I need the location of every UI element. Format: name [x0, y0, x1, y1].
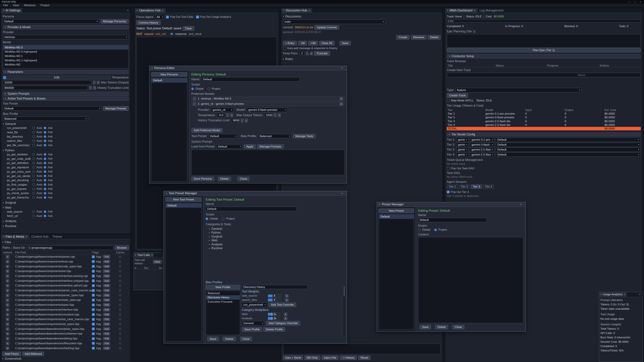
scope-project-radio[interactable]	[222, 218, 224, 220]
tab-theme[interactable]: Theme	[50, 234, 64, 239]
tool-preset-manager-titlebar[interactable]: ▾ Tool Preset Manager ×	[164, 191, 347, 196]
manage-tools-button[interactable]: Manage Tools	[293, 134, 316, 138]
history-button[interactable]: -> History	[340, 356, 357, 360]
close-button[interactable]: Close	[452, 325, 464, 329]
radio-ask[interactable]	[44, 215, 46, 217]
tier-provider-select[interactable]: gemini▾	[456, 152, 468, 157]
agg-checkbox[interactable]: ✓	[92, 284, 95, 287]
decrement-icon[interactable]: -	[306, 52, 308, 55]
full-button[interactable]: Full	[103, 303, 110, 307]
radio-ask[interactable]	[44, 179, 46, 182]
radio-ask[interactable]	[44, 158, 46, 160]
remove-file-button[interactable]: x	[6, 260, 10, 263]
radio-auto[interactable]	[32, 158, 35, 160]
tool-preset-select[interactable]: Default▾	[3, 106, 102, 111]
delete-model-button[interactable]: x	[340, 97, 343, 100]
agg-checkbox[interactable]: ✓	[92, 308, 95, 311]
radio-ask[interactable]	[44, 196, 46, 199]
tier-provider-select[interactable]: gemini▾	[456, 142, 468, 147]
radio-ask[interactable]	[44, 135, 46, 138]
profile-item-discovery-heavy[interactable]: Discovery-Heavy	[206, 295, 240, 300]
save-profile-button[interactable]: Save Profile	[242, 327, 262, 332]
scope-global-radio[interactable]	[191, 88, 194, 90]
remove-weight-button[interactable]: x	[285, 294, 289, 298]
category-override-select[interactable]: General▾	[242, 321, 265, 326]
parameters-header[interactable]: ▾Parameters	[3, 70, 129, 74]
increment-icon[interactable]: +	[278, 113, 281, 117]
agg-checkbox[interactable]: ✓	[92, 337, 95, 340]
tab-discussion-hub[interactable]: ▾ Discussion Hub ×	[281, 8, 312, 13]
manage-prompts-button[interactable]: Manage Prompts	[257, 144, 284, 149]
keep-pairs-input[interactable]: 2	[300, 51, 304, 56]
add-preferred-model-button[interactable]: Add Preferred Model	[191, 128, 222, 133]
increment-icon[interactable]: +	[230, 113, 233, 117]
agg-checkbox[interactable]: ✓	[92, 289, 95, 292]
tool-calls-table[interactable]	[135, 270, 162, 289]
persona-tool-preset-select[interactable]: Default▾	[208, 134, 238, 138]
discussions-section-header[interactable]: ▾ Discussions	[283, 15, 441, 18]
scrollbar-thumb[interactable]	[344, 286, 345, 297]
tool-group-web[interactable]: ▾Web	[3, 206, 129, 210]
md-only-button[interactable]: MD Only	[304, 356, 320, 360]
pop-out-tier-checkbox[interactable]: ✓	[447, 191, 450, 193]
close-icon[interactable]: ×	[638, 293, 642, 296]
increment-icon[interactable]: +	[97, 81, 100, 84]
message-input[interactable]	[283, 344, 441, 354]
radio-auto[interactable]	[32, 166, 35, 169]
agg-checkbox[interactable]: ✓	[92, 332, 95, 335]
create-track-button[interactable]: Create Track	[447, 93, 468, 98]
decrement-icon[interactable]: -	[226, 113, 229, 117]
radio-ask[interactable]	[44, 211, 46, 213]
remove-file-button[interactable]: x	[6, 299, 10, 302]
agg-checkbox[interactable]: ✓	[92, 304, 95, 306]
stream-tab-tier-3[interactable]: Tier 3	[471, 185, 482, 189]
category-surgical[interactable]: ▸Surgical	[206, 235, 345, 239]
tier-provider-select[interactable]: gemini▾	[456, 147, 468, 152]
bias-profile-select[interactable]: Balanced▾	[3, 116, 88, 121]
add-wildcard-button[interactable]: Add Wildcard	[22, 352, 44, 356]
radio-auto[interactable]	[32, 215, 35, 217]
truncate-button[interactable]: Truncate	[314, 51, 330, 56]
full-button[interactable]: Full	[103, 347, 110, 350]
full-button[interactable]: Full	[103, 270, 110, 273]
browse-button[interactable]: Browse	[115, 246, 129, 250]
remove-file-button[interactable]: x	[6, 274, 10, 278]
agg-checkbox[interactable]: ✓	[92, 299, 95, 302]
comms-history-button[interactable]: Comms History	[136, 20, 161, 25]
radio-ask[interactable]	[44, 144, 46, 146]
radio-auto[interactable]	[32, 188, 35, 190]
radio-auto[interactable]	[32, 170, 35, 173]
remove-file-button[interactable]: x	[6, 289, 10, 292]
close-icon[interactable]: ×	[125, 9, 130, 12]
delete-profile-button[interactable]: Delete Profile	[263, 327, 285, 332]
agg-checkbox[interactable]: ✓	[92, 279, 95, 282]
clear-all-button[interactable]: Clear All	[319, 41, 334, 45]
close-icon[interactable]: ×	[151, 253, 153, 257]
close-icon[interactable]: ×	[340, 66, 345, 70]
radio-auto[interactable]	[32, 131, 35, 134]
full-button[interactable]: Full	[103, 327, 110, 331]
max-tokens-input[interactable]: 32000	[3, 80, 92, 85]
agg-checkbox[interactable]: ✓	[92, 323, 95, 326]
maximize-button[interactable]: □	[634, 0, 636, 3]
add-category-override-button[interactable]: Add Category Override	[266, 321, 300, 326]
close-button[interactable]: Close	[238, 177, 250, 181]
reset-button[interactable]: Reset	[358, 356, 370, 360]
delete-button[interactable]: Delete	[428, 35, 441, 39]
epic-planning-input[interactable]	[447, 34, 641, 48]
tier-model-config-header[interactable]: ▾Tier Model Config	[447, 132, 641, 136]
tier-model-select[interactable]: gemini-2.5-flash-lite▾	[470, 152, 494, 157]
load-from-preset-select[interactable]: Default▾	[216, 144, 243, 149]
base-dir-input[interactable]: C:/projects/gencpp	[27, 246, 113, 250]
menu-windows[interactable]: Windows	[22, 3, 38, 7]
stream-tab-tier-1[interactable]: Tier 1	[447, 185, 458, 189]
minimize-button[interactable]: —	[628, 0, 630, 3]
tier-model-select[interactable]: gemini-3.1-pro-preview▾	[470, 137, 494, 142]
tab-usage-analytics[interactable]: ▾ Usage Analytics ×	[599, 292, 627, 297]
remove-file-button[interactable]: x	[6, 279, 10, 283]
close-icon[interactable]: ×	[340, 192, 345, 195]
tier-persona-select[interactable]: Default▾	[496, 147, 641, 152]
remove-file-button[interactable]: x	[6, 313, 10, 316]
close-icon[interactable]: ×	[308, 9, 310, 12]
remove-file-button[interactable]: x	[6, 270, 10, 273]
